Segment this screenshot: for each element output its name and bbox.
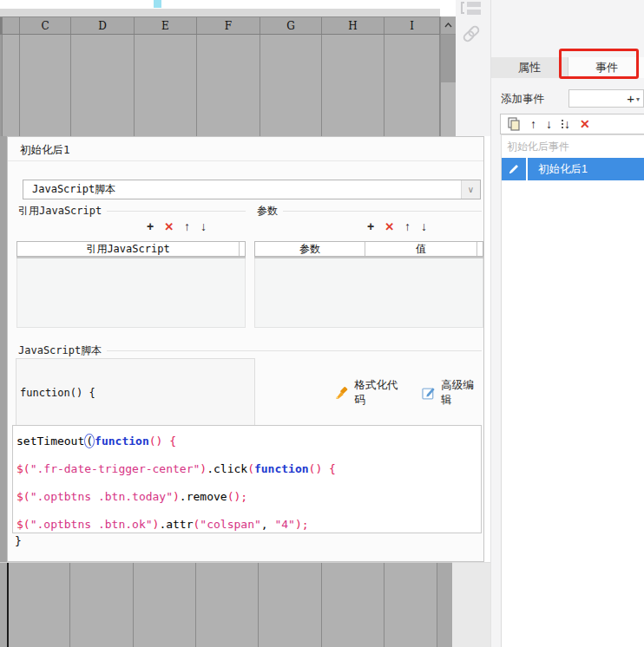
ref-js-table-body[interactable] — [16, 258, 246, 328]
column-header-E[interactable]: E — [135, 17, 197, 34]
params-table: 参数 值 — [254, 241, 483, 328]
sheet-cell[interactable] — [0, 563, 9, 647]
format-code-button[interactable]: 格式化代码 — [355, 378, 408, 408]
sheet-cell[interactable] — [134, 563, 196, 647]
sheet-cell[interactable] — [384, 563, 437, 647]
advanced-edit-button[interactable]: 高级编辑 — [441, 378, 483, 408]
closing-brace: } — [15, 534, 22, 547]
event-group-label: 初始化后事件 — [502, 135, 644, 158]
column-header-H[interactable]: H — [322, 17, 384, 34]
move-down-icon[interactable]: ↓ — [200, 220, 207, 232]
remove-icon[interactable]: ✕ — [384, 221, 394, 232]
add-event-label: 添加事件 — [501, 92, 544, 107]
pencil-icon — [508, 163, 520, 175]
move-up-icon[interactable]: ↑ — [184, 220, 190, 232]
delete-event-icon[interactable]: ✕ — [580, 118, 590, 130]
scrollbar-strip-bottom — [437, 562, 452, 647]
toolbar-fragment — [154, 0, 161, 8]
right-panel: 属性 事件 添加事件 + ▾ ↑ ↓ ↓ ✕ 初始化后事件 初始化后 — [490, 0, 644, 647]
code-token: (); — [227, 490, 247, 503]
gap-strip-bottom — [452, 562, 490, 647]
sheet-cell[interactable] — [20, 35, 71, 136]
sheet-cell[interactable] — [71, 35, 135, 136]
move-down-icon[interactable]: ↓ — [546, 118, 552, 130]
tab-properties[interactable]: 属性 — [491, 57, 568, 78]
format-brush-icon[interactable] — [334, 385, 350, 401]
section-script-label: JavaScript脚本 — [18, 343, 482, 358]
code-token: ".optbtns .btn.ok" — [30, 518, 153, 531]
link-icon[interactable] — [461, 23, 482, 44]
sheet-cell[interactable] — [9, 563, 70, 647]
caret-down-icon[interactable]: ▾ — [636, 96, 640, 103]
code-token: "4" — [274, 518, 294, 531]
event-item-label: 初始化后1 — [528, 158, 644, 180]
add-icon[interactable]: + — [147, 220, 154, 232]
code-token: () { — [309, 462, 336, 475]
column-header-C[interactable]: C — [20, 17, 71, 34]
sheet-cell[interactable] — [70, 563, 134, 647]
scrollbar-thumb[interactable] — [441, 35, 456, 82]
sheet-cell[interactable] — [322, 35, 384, 136]
code-token: $( — [16, 490, 30, 503]
column-header-sliver[interactable] — [3, 17, 20, 34]
sort-icon[interactable]: ↓ — [562, 118, 570, 130]
sheet-grid-top[interactable] — [0, 35, 440, 136]
column-header-D[interactable]: D — [71, 17, 135, 34]
code-editor[interactable]: setTimeout(function() {$(".fr-date-trigg… — [12, 425, 482, 533]
sort-dots — [562, 120, 563, 128]
section-params-text: 参数 — [257, 204, 278, 219]
ref-js-table: 引用JavaScript — [16, 241, 246, 328]
code-token: .click — [207, 462, 247, 475]
code-token: $( — [16, 518, 30, 531]
ref-js-table-header: 引用JavaScript — [16, 241, 246, 257]
code-token: ( — [247, 462, 254, 475]
code-token: ".fr-date-trigger-center" — [30, 462, 200, 475]
move-up-icon[interactable]: ↑ — [530, 118, 536, 130]
event-type-select[interactable]: JavaScript脚本 ∨ — [23, 180, 481, 199]
edit-pencil-cell[interactable] — [502, 158, 528, 180]
chevron-down-icon[interactable]: ∨ — [461, 180, 480, 199]
param-column-header: 参数 — [255, 242, 365, 256]
plus-icon[interactable]: + — [627, 92, 634, 105]
scroll-up-button[interactable] — [441, 16, 456, 35]
vertical-scrollbar[interactable] — [440, 16, 456, 136]
header-spacer — [477, 242, 483, 256]
column-header-row[interactable]: CDEFGHI — [0, 16, 440, 35]
section-ref-js-label: 引用JavaScript — [18, 204, 246, 219]
sheet-edge-sliver — [0, 136, 7, 562]
sheet-cell[interactable] — [3, 35, 20, 136]
add-event-dropdown[interactable]: + ▾ — [568, 89, 644, 108]
advanced-edit-icon[interactable] — [422, 386, 437, 401]
code-token: .remove — [180, 490, 227, 503]
code-token: function — [95, 435, 149, 448]
sheet-cell[interactable] — [322, 563, 384, 647]
sheet-cell[interactable] — [135, 35, 197, 136]
function-prefix: function() { — [20, 387, 95, 399]
sheet-cell[interactable] — [260, 35, 322, 136]
header-spacer — [240, 242, 245, 256]
annotation-red-box — [559, 49, 639, 79]
sheet-cell[interactable] — [259, 563, 322, 647]
remove-icon[interactable]: ✕ — [164, 221, 174, 232]
column-header-G[interactable]: G — [260, 17, 322, 34]
event-list-toolbar: ↑ ↓ ↓ ✕ — [500, 114, 644, 134]
column-header-I[interactable]: I — [384, 17, 440, 34]
add-icon[interactable]: + — [367, 220, 374, 232]
code-token: .attr — [159, 518, 193, 531]
code-token: $( — [16, 462, 30, 475]
sheet-cell[interactable] — [384, 35, 440, 136]
code-token: "colspan" — [200, 518, 260, 531]
copy-icon[interactable] — [507, 117, 521, 131]
event-item-selected[interactable]: 初始化后1 — [502, 158, 644, 180]
clipboard-icon[interactable] — [461, 1, 483, 16]
sheet-grid-bottom[interactable] — [0, 562, 437, 647]
move-down-icon[interactable]: ↓ — [421, 220, 427, 232]
move-up-icon[interactable]: ↑ — [404, 220, 411, 232]
section-ref-js-text: 引用JavaScript — [18, 204, 102, 219]
sheet-cell[interactable] — [197, 35, 260, 136]
ref-js-toolbar: + ✕ ↑ ↓ — [147, 218, 207, 235]
sheet-cell[interactable] — [196, 563, 259, 647]
params-table-body[interactable] — [254, 258, 483, 328]
params-table-header: 参数 值 — [254, 241, 483, 257]
column-header-F[interactable]: F — [197, 17, 260, 34]
